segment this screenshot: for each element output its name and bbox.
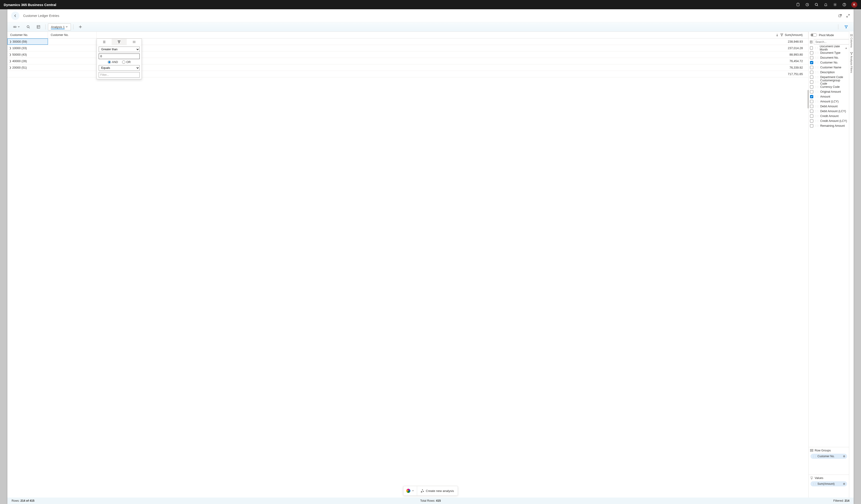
drag-handle-icon[interactable]: ⋮⋮	[815, 81, 819, 83]
remove-value-icon[interactable]: ⊗	[843, 482, 845, 486]
expand-row-icon[interactable]: ❯	[9, 46, 11, 50]
filter-op2-select[interactable]: Equals	[99, 65, 140, 71]
drag-handle-icon[interactable]: ⋮⋮	[815, 105, 819, 108]
drag-handle-icon[interactable]: ⋮⋮	[815, 71, 819, 73]
field-row[interactable]: ⋮⋮Amount	[809, 94, 848, 99]
header-group-by[interactable]: Customer No.	[8, 32, 48, 38]
drag-handle-icon[interactable]: ⋮⋮	[815, 56, 819, 59]
field-row[interactable]: ⋮⋮Document Date Month▲	[809, 45, 848, 50]
drag-handle-icon[interactable]: ⋮⋮	[815, 100, 819, 103]
field-checkbox[interactable]	[810, 76, 813, 79]
field-checkbox[interactable]	[810, 105, 813, 108]
field-checkbox[interactable]	[810, 110, 813, 113]
field-checkbox[interactable]	[810, 114, 813, 118]
values-chip[interactable]: ⋮⋮Sum(Amount) ⊗	[810, 481, 847, 486]
filters-rail-icon	[850, 52, 853, 55]
drag-handle-icon[interactable]: ⋮⋮	[814, 46, 818, 49]
tab-analysis-1[interactable]: Analysis 1	[48, 23, 71, 30]
expand-row-icon[interactable]: ❯	[9, 66, 11, 69]
field-checkbox[interactable]	[810, 124, 813, 127]
create-new-analysis-button[interactable]: Create new analysis	[417, 486, 458, 495]
field-label: Document No.	[820, 56, 839, 59]
status-total-label: Total Rows:	[420, 499, 435, 502]
activity-icon[interactable]	[805, 2, 809, 7]
field-row[interactable]: ⋮⋮Remaining Amount	[809, 123, 848, 128]
drag-handle-icon[interactable]: ⋮⋮	[815, 110, 819, 112]
field-checkbox[interactable]	[810, 51, 813, 54]
field-checkbox[interactable]	[810, 80, 813, 84]
filter-op1-select[interactable]: Greater than	[99, 46, 140, 52]
field-checkbox[interactable]	[810, 66, 813, 69]
field-checkbox[interactable]	[810, 85, 813, 88]
fields-search-input[interactable]	[814, 39, 852, 44]
gear-icon[interactable]	[833, 2, 837, 7]
copilot-button[interactable]	[403, 486, 417, 495]
toolbar-search-icon[interactable]	[24, 23, 33, 30]
filter-tab-filter[interactable]	[112, 39, 126, 45]
field-checkbox[interactable]	[810, 119, 813, 123]
field-row[interactable]: ⋮⋮Description	[809, 70, 848, 74]
expand-row-icon[interactable]: ❯	[10, 40, 12, 43]
copilot-menu[interactable]	[10, 23, 23, 30]
row-groups-chip[interactable]: ⋮⋮Customer No. ⊗	[810, 454, 847, 459]
status-rows-label: Rows:	[12, 499, 20, 502]
field-checkbox[interactable]	[810, 100, 813, 103]
clipboard-icon[interactable]	[796, 2, 800, 7]
filter-logic-and[interactable]: AND	[108, 60, 118, 64]
field-row[interactable]: ⋮⋮Document No.	[809, 55, 848, 60]
header-sum-amount[interactable]: Sum(Amount)	[97, 32, 808, 38]
fields-collapse-checkbox[interactable]	[810, 40, 812, 43]
field-checkbox[interactable]	[810, 90, 813, 93]
expand-row-icon[interactable]: ❯	[9, 53, 11, 56]
field-checkbox[interactable]	[810, 46, 813, 50]
field-row[interactable]: ⋮⋮Customer Name	[809, 65, 848, 70]
field-checkbox[interactable]	[810, 95, 813, 98]
drag-handle-icon[interactable]: ⋮⋮	[815, 66, 819, 69]
popout-icon[interactable]	[838, 14, 842, 18]
field-label: Customer Name	[820, 66, 841, 69]
drag-handle-icon[interactable]: ⋮⋮	[815, 115, 819, 117]
field-row[interactable]: ⋮⋮Debit Amount	[809, 104, 848, 109]
rail-tab-columns[interactable]: Columns	[850, 32, 853, 49]
field-row[interactable]: ⋮⋮Credit Amount	[809, 113, 848, 119]
drag-handle-icon[interactable]: ⋮⋮	[815, 85, 819, 88]
help-icon[interactable]	[842, 2, 847, 7]
drag-handle-icon[interactable]: ⋮⋮	[815, 90, 819, 93]
field-row[interactable]: ⋮⋮Customergroup Code	[809, 80, 848, 84]
field-row[interactable]: ⋮⋮Credit Amount (LCY)	[809, 119, 848, 123]
drag-handle-icon[interactable]: ⋮⋮	[815, 95, 819, 98]
header-customer-no[interactable]: Customer No.	[48, 32, 97, 38]
pivot-mode-toggle[interactable]	[810, 33, 817, 37]
field-label: Description	[820, 71, 835, 74]
drag-handle-icon[interactable]: ⋮⋮	[815, 52, 819, 54]
layout-icon[interactable]	[34, 23, 43, 30]
field-checkbox[interactable]	[810, 61, 813, 64]
drag-handle-icon[interactable]: ⋮⋮	[815, 120, 819, 122]
field-row[interactable]: ⋮⋮Debit Amount (LCY)	[809, 109, 848, 113]
collapse-icon[interactable]	[846, 14, 850, 18]
filter-val1-input[interactable]	[99, 54, 140, 59]
field-row[interactable]: ⋮⋮Original Amount	[809, 89, 848, 94]
remove-row-group-icon[interactable]: ⊗	[843, 455, 845, 458]
filter-val2-input[interactable]	[99, 72, 140, 78]
filter-tab-columns[interactable]	[127, 39, 141, 45]
expand-row-icon[interactable]: ❯	[9, 59, 11, 63]
filter-toggle-icon[interactable]	[842, 23, 851, 30]
back-button[interactable]	[11, 12, 19, 20]
drag-handle-icon[interactable]: ⋮⋮	[815, 76, 819, 78]
filter-logic-or[interactable]: OR	[122, 60, 131, 64]
bell-icon[interactable]	[823, 2, 828, 7]
avatar[interactable]: K	[851, 2, 857, 8]
filter-tab-menu[interactable]	[97, 39, 112, 45]
field-checkbox[interactable]	[810, 56, 813, 59]
drag-handle-icon[interactable]: ⋮⋮	[815, 61, 819, 64]
panel-scrollbar[interactable]	[807, 90, 809, 108]
svg-rect-10	[37, 26, 40, 28]
field-row[interactable]: ⋮⋮Customer No.	[809, 60, 848, 65]
add-tab-button[interactable]	[76, 23, 85, 30]
search-icon[interactable]	[814, 2, 819, 7]
rail-tab-filters[interactable]: Analysis Filters	[850, 51, 853, 74]
drag-handle-icon[interactable]: ⋮⋮	[815, 124, 819, 127]
field-row[interactable]: ⋮⋮Amount (LCY)	[809, 99, 848, 104]
field-checkbox[interactable]	[810, 71, 813, 74]
